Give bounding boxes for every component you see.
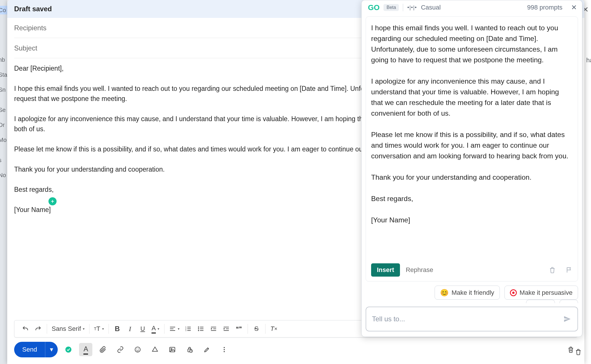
go-prompt-input-wrap[interactable] (366, 307, 578, 331)
sidebar-item-partial: Se (0, 107, 5, 113)
tone-settings-icon[interactable]: •|•|• (407, 5, 417, 11)
svg-point-16 (224, 351, 225, 352)
caret-down-icon: ▾ (83, 327, 85, 331)
go-header: GO Beta •|•|• Casual 998 prompts ✕ (362, 0, 582, 15)
target-icon (510, 289, 517, 296)
font-family-label: Sans Serif (52, 325, 81, 333)
svg-point-7 (135, 347, 140, 352)
svg-point-9 (138, 349, 139, 350)
go-paragraph: Thank you for your understanding and coo… (371, 172, 573, 183)
sidebar-item-partial: Co (0, 7, 6, 14)
delete-suggestion-icon[interactable] (549, 267, 556, 273)
insert-link-icon[interactable] (114, 343, 127, 356)
go-paragraph: I apologize for any inconvenience this m… (371, 76, 573, 119)
send-button[interactable]: Send (14, 342, 45, 357)
undo-icon[interactable] (20, 323, 31, 335)
sidebar-item-partial: Mo (0, 137, 7, 143)
svg-point-14 (224, 347, 225, 348)
more-chips-peek (362, 300, 582, 303)
send-options-dropdown[interactable]: ▾ (45, 342, 58, 357)
close-panel-icon[interactable]: ✕ (571, 3, 577, 12)
send-button-group: Send ▾ (14, 342, 58, 357)
compose-title: Draft saved (14, 5, 52, 13)
sidebar-item-partial: Sta (0, 72, 7, 78)
toggle-format-bar-icon[interactable]: A (79, 343, 92, 356)
rephrase-button[interactable]: Rephrase (406, 266, 433, 274)
insert-button[interactable]: Insert (371, 263, 400, 277)
tone-label[interactable]: Casual (421, 4, 441, 11)
svg-point-5 (198, 330, 199, 331)
insert-signature-icon[interactable] (200, 343, 214, 356)
svg-point-15 (224, 349, 225, 350)
flag-suggestion-icon[interactable] (566, 267, 573, 273)
go-prompt-input[interactable] (372, 315, 559, 323)
svg-point-11 (171, 348, 172, 350)
prompts-remaining: 998 prompts (527, 4, 562, 11)
chip-label: Make it friendly (452, 289, 494, 297)
go-paragraph: Please let me know if this is a possibil… (371, 129, 573, 161)
caret-down-icon: ▾ (102, 327, 104, 331)
go-assistant-panel: GO Beta •|•|• Casual 998 prompts ✕ I hop… (361, 0, 582, 337)
text-color-dropdown[interactable]: A ▾ (150, 323, 161, 335)
italic-button[interactable]: I (124, 323, 136, 335)
partial-text: ha (586, 57, 591, 64)
insert-photo-icon[interactable] (166, 343, 179, 356)
svg-point-6 (66, 347, 72, 353)
underline-button[interactable]: U (137, 323, 149, 335)
chip-label: Make it persuasive (520, 289, 573, 297)
outer-trash-icon[interactable] (575, 348, 582, 355)
go-paragraph: [Your Name] (371, 215, 573, 225)
numbered-list-icon[interactable]: 123 (182, 323, 194, 335)
caret-down-icon: ▾ (178, 327, 179, 331)
chip-make-friendly[interactable]: 😊 Make it friendly (435, 286, 500, 300)
confidential-mode-icon[interactable] (183, 343, 196, 356)
sidebar-item-partial: s (0, 157, 1, 164)
send-label: Send (22, 346, 37, 353)
insert-drive-icon[interactable] (148, 343, 162, 356)
smile-emoji-icon: 😊 (440, 289, 449, 297)
sidebar-item-partial: nb (0, 57, 5, 63)
indent-more-icon[interactable] (220, 323, 232, 335)
strikethrough-icon[interactable]: S (251, 323, 262, 335)
sidebar-item-partial: Sn (0, 87, 5, 93)
caret-down-icon: ▾ (158, 327, 159, 331)
grammarly-badge-icon[interactable]: + (48, 197, 57, 205)
attach-file-icon[interactable] (96, 343, 110, 356)
grammarly-check-icon[interactable] (62, 343, 75, 356)
suggestion-chips: 😊 Make it friendly Make it persuasive (362, 282, 582, 300)
compose-action-bar: Send ▾ A (14, 341, 577, 358)
more-options-icon[interactable] (218, 343, 231, 356)
go-logo: GO (368, 3, 379, 12)
send-prompt-icon[interactable] (563, 315, 572, 323)
bold-button[interactable]: B (112, 323, 123, 335)
go-suggestion-card: I hope this email finds you well. I want… (366, 16, 578, 282)
go-paragraph: Best regards, (371, 193, 573, 204)
font-size-dropdown[interactable]: TT ▾ (92, 323, 106, 335)
redo-icon[interactable] (32, 323, 44, 335)
mail-sidebar-partial: Co nb Sta Sn Se Dr Mo s No (0, 0, 7, 364)
chip-peek[interactable] (526, 300, 555, 303)
svg-text:3: 3 (185, 329, 186, 331)
clear-formatting-icon[interactable]: T✕ (268, 323, 280, 335)
sidebar-item-partial: Dr (0, 122, 5, 128)
insert-emoji-icon[interactable] (131, 343, 144, 356)
bulleted-list-icon[interactable] (195, 323, 207, 335)
quote-icon[interactable]: ❝❞ (233, 323, 245, 335)
chip-make-persuasive[interactable]: Make it persuasive (504, 286, 578, 300)
go-actions-row: Insert Rephrase (371, 261, 573, 277)
align-dropdown[interactable]: ▾ (167, 323, 181, 335)
font-family-dropdown[interactable]: Sans Serif ▾ (50, 323, 86, 335)
beta-badge: Beta (384, 4, 399, 11)
go-suggestion-text: I hope this email finds you well. I want… (371, 22, 573, 261)
svg-point-3 (198, 327, 199, 328)
svg-point-4 (198, 328, 199, 329)
indent-less-icon[interactable] (208, 323, 219, 335)
go-paragraph: I hope this email finds you well. I want… (371, 22, 573, 65)
svg-point-8 (136, 349, 137, 350)
chip-peek[interactable] (560, 300, 578, 303)
sidebar-item-partial: No (0, 172, 6, 179)
